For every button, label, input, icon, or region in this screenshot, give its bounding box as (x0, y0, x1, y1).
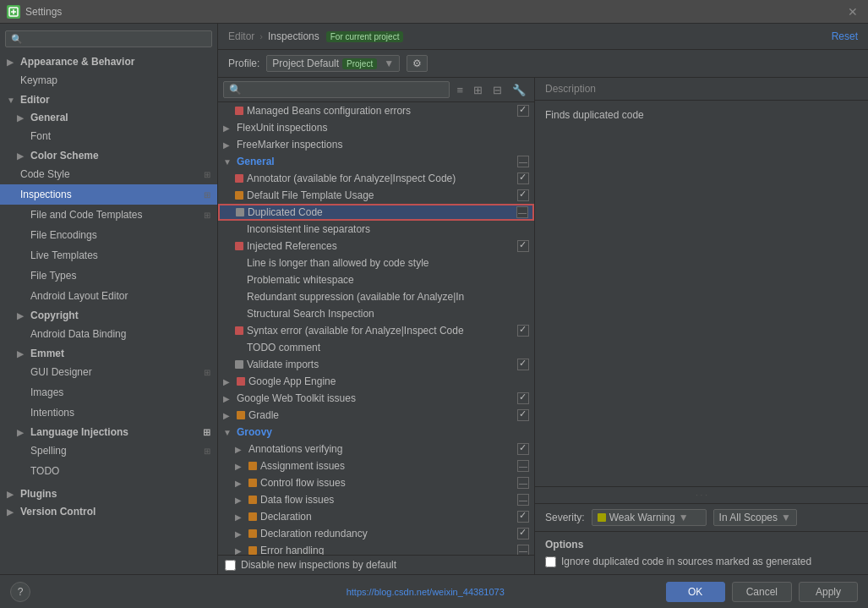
defaultfile-checkbox[interactable] (517, 189, 529, 201)
sidebar-item-emmet[interactable]: Emmet (0, 344, 217, 362)
managedbeans-checkbox[interactable] (517, 105, 529, 117)
syntaxerror-color (235, 326, 243, 335)
tree-item-annotator[interactable]: Annotator (available for Analyze|Inspect… (218, 170, 534, 187)
annotations-checkbox[interactable] (517, 443, 529, 455)
sidebar-item-androiddatabinding[interactable]: Android Data Binding (0, 324, 217, 344)
tree-item-redundantsupp[interactable]: Redundant suppression (available for Ana… (218, 288, 534, 305)
tree-item-gradle[interactable]: Gradle (218, 407, 534, 424)
sidebar-item-keymap[interactable]: Keymap (0, 70, 217, 90)
declredundancy-color (248, 529, 257, 538)
sidebar-item-todo[interactable]: TODO (0, 461, 217, 481)
pin-button[interactable]: 🔧 (509, 82, 529, 98)
sidebar-item-plugins[interactable]: Plugins (0, 485, 217, 502)
tree-item-assignment[interactable]: Assignment issues — (218, 457, 534, 474)
sidebar-item-langinjections[interactable]: Language Injections ⊞ (0, 423, 217, 441)
disable-new-checkbox[interactable] (225, 560, 236, 571)
window-title: Settings (25, 6, 62, 18)
filter-button[interactable]: ≡ (453, 82, 467, 98)
validateimports-checkbox[interactable] (517, 359, 529, 370)
sidebar-item-guidesigner[interactable]: GUI Designer ⊞ (0, 362, 217, 382)
tree-item-dataflow[interactable]: Data flow issues — (218, 491, 534, 508)
injectedrefs-checkbox[interactable] (517, 240, 529, 252)
controlflow-dash: — (517, 477, 529, 489)
sidebar-item-fileencodings[interactable]: File Encodings (0, 225, 217, 245)
reset-button[interactable]: Reset (832, 30, 858, 42)
collapse-all-button[interactable]: ⊟ (489, 82, 505, 98)
filetemplates-page-icon: ⊞ (204, 209, 210, 222)
sidebar-item-editor[interactable]: Editor (0, 90, 217, 108)
ok-button[interactable]: OK (666, 582, 725, 602)
tree-item-validateimports[interactable]: Validate imports (218, 356, 534, 373)
tree-item-linelonger[interactable]: Line is longer than allowed by code styl… (218, 255, 534, 271)
sidebar-item-copyright[interactable]: Copyright (0, 306, 217, 324)
tree-item-declaration[interactable]: Declaration (218, 508, 534, 525)
declaration-color (248, 512, 257, 521)
tree-item-googleweb[interactable]: Google Web Toolkit issues (218, 390, 534, 407)
tree-item-declredundancy[interactable]: Declaration redundancy (218, 525, 534, 542)
sidebar-item-codestyle[interactable]: Code Style ⊞ (0, 164, 217, 184)
tree-item-defaultfile[interactable]: Default File Template Usage (218, 187, 534, 204)
sidebar-label-images: Images (30, 385, 63, 400)
tree-item-problematicws[interactable]: Problematic whitespace (218, 271, 534, 288)
url-text: https://blog.csdn.net/weixin_44381073 (347, 587, 505, 597)
gradle-checkbox[interactable] (517, 409, 529, 421)
apply-button[interactable]: Apply (799, 582, 858, 602)
annotator-checkbox[interactable] (517, 173, 529, 184)
tree-search-input[interactable] (223, 81, 450, 98)
tree-item-annotations[interactable]: Annotations verifying (218, 441, 534, 457)
sidebar-search-box[interactable]: 🔍 (5, 30, 212, 47)
sidebar-item-versioncontrol[interactable]: Version Control (0, 502, 217, 520)
tree-item-todocomment[interactable]: TODO comment (218, 339, 534, 356)
sidebar-label-plugins: Plugins (20, 488, 57, 500)
tree-item-controlflow[interactable]: Control flow issues — (218, 474, 534, 491)
close-button[interactable]: ✕ (844, 3, 861, 20)
tree-item-structuralsearch[interactable]: Structural Search Inspection (218, 305, 534, 322)
tree-item-inconsistentline[interactable]: Inconsistent line separators (218, 221, 534, 238)
plugins-arrow (7, 490, 17, 499)
sidebar-item-colorscheme[interactable]: Color Scheme (0, 146, 217, 164)
managedbeans-color (235, 107, 243, 115)
sidebar-search-input[interactable] (26, 33, 206, 45)
googleapp-color (237, 377, 245, 386)
declaration-checkbox[interactable] (517, 511, 529, 523)
sidebar-item-general[interactable]: General (0, 108, 217, 126)
sidebar-item-androidlayout[interactable]: Android Layout Editor (0, 286, 217, 306)
scope-select[interactable]: In All Scopes ▼ (713, 509, 797, 526)
profile-select[interactable]: Project Default Project ▼ (266, 55, 400, 72)
tree-item-general-group[interactable]: General — (218, 153, 534, 170)
tree-item-injectedrefs[interactable]: Injected References (218, 238, 534, 255)
sidebar-item-filetypes[interactable]: File Types (0, 266, 217, 286)
syntaxerror-checkbox[interactable] (517, 325, 529, 337)
profile-gear-button[interactable]: ⚙ (407, 55, 428, 72)
cancel-button[interactable]: Cancel (732, 582, 792, 602)
severity-select[interactable]: Weak Warning ▼ (592, 509, 707, 526)
tree-item-freemaker[interactable]: FreeMarker inspections (218, 136, 534, 153)
tree-item-errorhandling[interactable]: Error handling — (218, 542, 534, 555)
tree-item-syntaxerror[interactable]: Syntax error (available for Analyze|Insp… (218, 322, 534, 339)
sidebar-item-intentions[interactable]: Intentions (0, 403, 217, 423)
sidebar-item-appearance[interactable]: Appearance & Behavior (0, 52, 217, 70)
sidebar-item-livetemplates[interactable]: Live Templates (0, 245, 217, 266)
sidebar-label-emmet: Emmet (30, 348, 64, 359)
ignore-generated-checkbox[interactable] (545, 556, 556, 567)
annotator-label: Annotator (available for Analyze|Inspect… (247, 173, 517, 184)
sidebar-label-intentions: Intentions (30, 405, 74, 420)
tree-item-flexunit[interactable]: FlexUnit inspections (218, 119, 534, 136)
tree-item-duplicatedcode[interactable]: Duplicated Code — (218, 204, 534, 221)
sidebar-item-images[interactable]: Images (0, 382, 217, 403)
errorhandling-dash: — (517, 545, 529, 555)
expand-all-button[interactable]: ⊞ (470, 82, 486, 98)
sidebar-item-spelling[interactable]: Spelling ⊞ (0, 441, 217, 461)
title-bar: Settings ✕ (0, 0, 868, 24)
tree-item-groovy[interactable]: Groovy (218, 424, 534, 441)
googleweb-checkbox[interactable] (517, 392, 529, 404)
inconsistentline-label: Inconsistent line separators (235, 223, 529, 235)
tree-item-managedbeans[interactable]: Managed Beans configuration errors (218, 102, 534, 119)
declredundancy-checkbox[interactable] (517, 528, 529, 540)
injectedrefs-color (235, 242, 243, 250)
tree-item-googleapp[interactable]: Google App Engine (218, 373, 534, 390)
sidebar-item-filetemplates[interactable]: File and Code Templates ⊞ (0, 205, 217, 225)
help-button[interactable]: ? (10, 582, 30, 602)
sidebar-item-font[interactable]: Font (0, 126, 217, 146)
sidebar-item-inspections[interactable]: Inspections ⊞ (0, 184, 217, 205)
